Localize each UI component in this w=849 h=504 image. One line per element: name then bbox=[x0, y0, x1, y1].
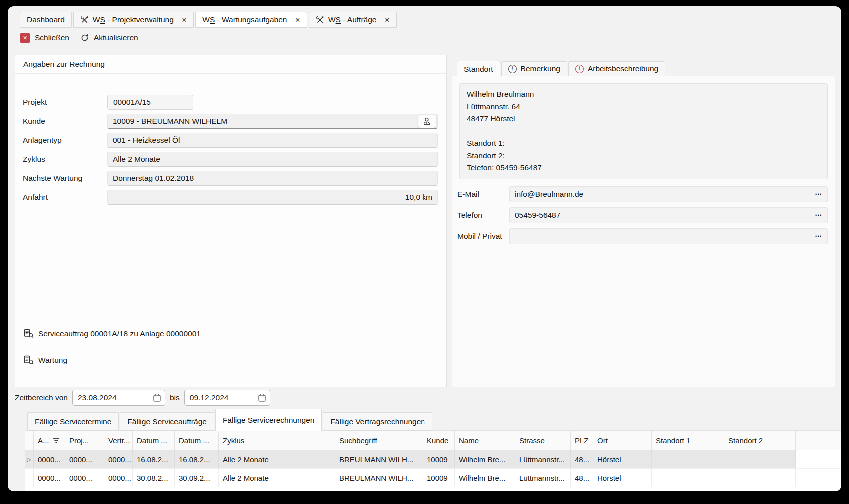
column-header-expander[interactable] bbox=[25, 431, 34, 450]
tab-label: Arbeitsbeschreibung bbox=[588, 64, 658, 73]
tab-close-icon[interactable]: ✕ bbox=[182, 16, 187, 24]
tab-label: Standort bbox=[464, 65, 493, 74]
contact-row-email: E-Mail info@Breulmann.de ••• bbox=[457, 186, 828, 202]
close-x-glyph: ✕ bbox=[23, 35, 27, 41]
calendar-icon[interactable] bbox=[258, 394, 266, 402]
standort-tab-arbeitsbeschreibung[interactable]: iArbeitsbeschreibung bbox=[568, 61, 665, 76]
anfahrt-input[interactable]: 10,0 km bbox=[107, 190, 438, 205]
tab-strip: Dashboard WS - Projektverwaltung✕WS - Wa… bbox=[8, 6, 841, 28]
row-expander-icon[interactable] bbox=[25, 469, 34, 487]
refresh-button-label: Aktualisieren bbox=[94, 33, 138, 42]
column-header-a[interactable]: A... bbox=[34, 431, 65, 450]
telefon-input[interactable]: 05459-56487 ••• bbox=[509, 207, 828, 223]
serviceauftrag-link[interactable]: Serviceauftrag 00001A/18 zu Anlage 00000… bbox=[24, 329, 201, 338]
app-tab-dashboard[interactable]: Dashboard bbox=[20, 12, 72, 28]
anlagentyp-input[interactable]: 001 - Heizkessel Öl bbox=[107, 133, 438, 148]
refresh-button[interactable]: Aktualisieren bbox=[80, 33, 138, 42]
column-header-standort-1[interactable]: Standort 1 bbox=[652, 431, 724, 450]
column-header-proj[interactable]: Proj... bbox=[65, 431, 104, 450]
table-row[interactable]: 0000...0000...0000...30.08.2...30.09.2..… bbox=[25, 469, 841, 487]
tab-label: Fällige Serviceaufträge bbox=[127, 417, 207, 426]
table-cell: 16.08.2... bbox=[175, 450, 219, 468]
table-cell: 0000... bbox=[34, 469, 65, 487]
naechste-wartung-value: Donnerstag 01.02.2018 bbox=[113, 174, 194, 182]
kunde-input[interactable]: 10009 - BREULMANN WILHELM bbox=[107, 114, 438, 129]
naechste-wartung-input[interactable]: Donnerstag 01.02.2018 bbox=[107, 171, 438, 186]
table-cell: 48... bbox=[571, 450, 593, 468]
address-line: Standort 2: bbox=[467, 150, 820, 162]
column-header-vertr[interactable]: Vertr... bbox=[104, 431, 133, 450]
column-header-datum[interactable]: Datum ... bbox=[133, 431, 175, 450]
projekt-input[interactable]: 00001A/15 bbox=[107, 95, 193, 110]
tab-label: Fällige Vertragsrechnungen bbox=[330, 417, 425, 426]
wartung-link[interactable]: Wartung bbox=[24, 355, 67, 365]
field-label-zyklus: Zyklus bbox=[15, 155, 107, 164]
kunde-value: 10009 - BREULMANN WILHELM bbox=[113, 117, 227, 125]
column-header-standort-2[interactable]: Standort 2 bbox=[724, 431, 796, 450]
column-header-label: PLZ bbox=[575, 436, 589, 445]
date-to-input[interactable]: 09.12.2024 bbox=[184, 390, 270, 406]
standort-tabs: StandortiBemerkungiArbeitsbeschreibung bbox=[457, 61, 665, 76]
close-button[interactable]: ✕ Schließen bbox=[20, 33, 69, 43]
contact-row-mobil: Mobil / Privat ••• bbox=[457, 228, 828, 244]
field-label-projekt: Projekt bbox=[15, 98, 107, 107]
standort-tab-bemerkung[interactable]: iBemerkung bbox=[501, 61, 567, 76]
bis-label: bis bbox=[170, 393, 180, 402]
grid-header: A... Proj...Vertr...Datum ...Datum ...Zy… bbox=[25, 430, 841, 450]
table-cell: Alle 2 Monate bbox=[219, 469, 335, 487]
table-cell: 0000... bbox=[65, 469, 104, 487]
column-header-strasse[interactable]: Strasse bbox=[515, 431, 571, 450]
column-header-kunde[interactable]: Kunde bbox=[423, 431, 455, 450]
table-cell bbox=[724, 469, 796, 487]
ellipsis-button[interactable]: ••• bbox=[815, 187, 822, 202]
bottom-tab-fällige-serviceaufträge[interactable]: Fällige Serviceaufträge bbox=[120, 412, 214, 431]
email-input[interactable]: info@Breulmann.de ••• bbox=[509, 186, 828, 202]
tab-label: Fällige Servicetermine bbox=[35, 417, 111, 426]
tab-label: WS - Aufträge bbox=[328, 15, 377, 24]
info-icon: i bbox=[508, 65, 517, 73]
customer-lookup-button[interactable] bbox=[418, 115, 436, 128]
date-from-value: 23.08.2024 bbox=[78, 393, 117, 402]
column-header-label: Strasse bbox=[519, 436, 545, 445]
table-row[interactable]: ▷0000...0000...0000...16.08.2...16.08.2.… bbox=[25, 450, 841, 469]
column-header-datum[interactable]: Datum ... bbox=[175, 431, 219, 450]
table-cell: BREULMANN WILH... bbox=[335, 450, 423, 468]
address-line: Telefon: 05459-56487 bbox=[467, 162, 820, 174]
date-to-value: 09.12.2024 bbox=[190, 393, 229, 402]
date-from-input[interactable]: 23.08.2024 bbox=[72, 390, 165, 406]
field-label-telefon: Telefon bbox=[457, 211, 509, 220]
mobil-input[interactable]: ••• bbox=[509, 228, 828, 244]
document-search-icon bbox=[24, 355, 34, 365]
row-filler bbox=[796, 450, 841, 468]
bottom-tab-fällige-vertragsrechnungen[interactable]: Fällige Vertragsrechnungen bbox=[323, 412, 432, 431]
invoice-form: Projekt 00001A/15 Kunde 10009 - BREULMAN… bbox=[15, 74, 446, 205]
column-header-name[interactable]: Name bbox=[455, 431, 515, 450]
field-label-kunde: Kunde bbox=[15, 117, 107, 126]
projekt-value: 00001A/15 bbox=[113, 98, 151, 106]
field-label-anfahrt: Anfahrt bbox=[15, 193, 107, 202]
document-search-icon bbox=[24, 329, 34, 338]
ellipsis-button[interactable]: ••• bbox=[815, 229, 822, 244]
zyklus-input[interactable]: Alle 2 Monate bbox=[107, 152, 438, 167]
app-tab-ws-aufträge[interactable]: WS - Aufträge✕ bbox=[309, 12, 397, 28]
bottom-tab-fällige-servicerechnungen[interactable]: Fällige Servicerechnungen bbox=[215, 409, 322, 431]
column-header-suchbegriff[interactable]: Suchbegriff bbox=[335, 431, 423, 450]
row-expander-icon[interactable]: ▷ bbox=[25, 450, 34, 468]
telefon-value: 05459-56487 bbox=[515, 211, 560, 219]
table-cell: 0000... bbox=[104, 450, 133, 468]
column-header-ort[interactable]: Ort bbox=[593, 431, 652, 450]
app-tab-ws-projektverwaltung[interactable]: WS - Projektverwaltung✕ bbox=[73, 12, 194, 28]
column-header-label: Ort bbox=[597, 436, 608, 445]
tab-close-icon[interactable]: ✕ bbox=[295, 16, 300, 24]
column-header-plz[interactable]: PLZ bbox=[571, 431, 593, 450]
column-header-zyklus[interactable]: Zyklus bbox=[219, 431, 335, 450]
table-cell: 30.08.2... bbox=[133, 469, 175, 487]
app-tab-ws-wartungsaufgaben[interactable]: WS - Wartungsaufgaben✕ bbox=[195, 12, 307, 28]
tab-close-icon[interactable]: ✕ bbox=[384, 16, 389, 24]
form-row-projekt: Projekt 00001A/15 bbox=[15, 95, 446, 110]
bottom-tab-fällige-servicetermine[interactable]: Fällige Servicetermine bbox=[27, 412, 119, 431]
column-header-label: Proj... bbox=[69, 436, 89, 445]
standort-tab-standort[interactable]: Standort bbox=[457, 61, 500, 77]
calendar-icon[interactable] bbox=[153, 394, 161, 402]
ellipsis-button[interactable]: ••• bbox=[815, 208, 822, 223]
